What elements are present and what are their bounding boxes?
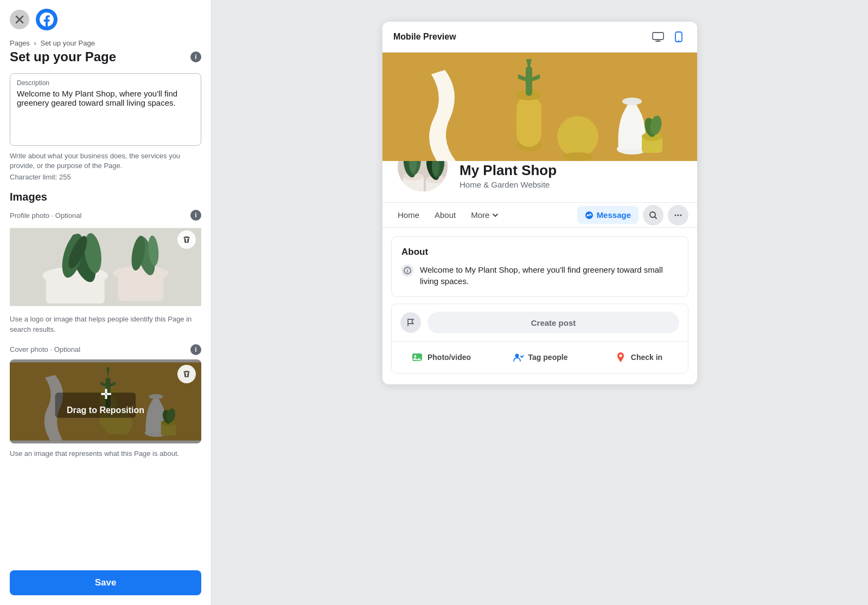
svg-text:i: i: [407, 268, 409, 274]
check-in-icon: [615, 351, 627, 363]
nav-about[interactable]: About: [428, 203, 462, 227]
cover-photo-label-row: Cover photo · Optional i: [10, 344, 201, 355]
svg-point-59: [680, 214, 682, 216]
info-icon[interactable]: i: [190, 52, 201, 62]
profile-photo-label: Profile photo · Optional: [10, 211, 81, 220]
svg-point-63: [414, 355, 416, 357]
char-limit: Character limit: 255: [10, 173, 201, 181]
photo-video-icon: [411, 351, 423, 363]
profile-photo-label-row: Profile photo · Optional i: [10, 210, 201, 221]
profile-photo-container: [10, 225, 201, 309]
check-in-label: Check in: [631, 353, 662, 362]
preview-about-section: About i Welcome to My Plant Shop, where …: [391, 236, 688, 297]
right-panel: Mobile Preview: [212, 0, 868, 605]
preview-about-content: i Welcome to My Plant Shop, where you'll…: [401, 264, 678, 287]
preview-about-title: About: [401, 247, 678, 258]
tag-people-label: Tag people: [528, 353, 568, 362]
about-info-icon: i: [401, 265, 413, 276]
preview-page-name: My Plant Shop: [459, 162, 557, 179]
svg-point-65: [619, 355, 622, 357]
description-textarea[interactable]: Welcome to My Plant Shop, where you'll f…: [17, 89, 194, 138]
preview-header: Mobile Preview: [382, 22, 697, 53]
message-button[interactable]: Message: [577, 206, 639, 224]
photo-video-action[interactable]: Photo/video: [392, 347, 490, 368]
profile-photo-helper: Use a logo or image that helps people id…: [10, 314, 201, 334]
images-section-title: Images: [10, 191, 201, 203]
preview-page-category: Home & Garden Website: [459, 180, 557, 189]
description-wrapper: Description Welcome to My Plant Shop, wh…: [10, 73, 201, 146]
svg-point-39: [622, 98, 642, 105]
svg-point-57: [675, 214, 676, 216]
svg-rect-4: [46, 276, 105, 304]
drag-reposition-overlay: ✛ Drag to Reposition: [10, 359, 201, 443]
delete-cover-photo-button[interactable]: [177, 365, 196, 383]
nav-more[interactable]: More: [464, 203, 506, 227]
desktop-icon[interactable]: [650, 29, 666, 44]
svg-rect-27: [653, 33, 663, 40]
facebook-logo: [36, 9, 58, 30]
mobile-icon[interactable]: [671, 29, 686, 44]
nav-home[interactable]: Home: [391, 203, 426, 227]
tag-people-icon: [512, 351, 524, 363]
post-actions-bar: Photo/video Tag people: [392, 342, 688, 373]
search-button[interactable]: [643, 205, 663, 226]
page-title: Set up your Page i: [0, 48, 211, 73]
tag-people-action[interactable]: Tag people: [490, 347, 589, 368]
svg-point-36: [557, 116, 598, 157]
left-panel: Pages › Set up your Page Set up your Pag…: [0, 0, 212, 605]
svg-point-29: [678, 40, 679, 41]
preview-create-post: Create post Photo/video: [391, 304, 688, 374]
check-in-action[interactable]: Check in: [589, 347, 688, 368]
create-post-button[interactable]: Create post: [427, 312, 679, 333]
more-options-button[interactable]: [668, 205, 688, 226]
top-bar: [0, 0, 211, 36]
profile-photo-image: [10, 225, 201, 309]
nav-action-buttons: Message: [577, 205, 688, 226]
svg-rect-2: [118, 273, 164, 301]
svg-rect-0: [10, 228, 201, 306]
cover-photo-helper: Use an image that represents what this P…: [10, 449, 201, 459]
preview-about-text: Welcome to My Plant Shop, where you'll f…: [420, 264, 678, 287]
preview-nav-bar: Home About More Message: [382, 202, 697, 228]
preview-icons: [650, 29, 686, 44]
save-button[interactable]: Save: [10, 570, 201, 595]
svg-rect-33: [516, 96, 541, 147]
description-label: Description: [17, 79, 194, 87]
left-content: Description Welcome to My Plant Shop, wh…: [0, 73, 211, 562]
description-helper: Write about what your business does, the…: [10, 151, 201, 171]
svg-point-64: [515, 354, 519, 358]
preview-page-name-area: My Plant Shop Home & Garden Website: [459, 162, 557, 194]
preview-cover-photo: [382, 53, 697, 161]
close-button[interactable]: [10, 10, 29, 29]
profile-photo-info-icon[interactable]: i: [190, 210, 201, 221]
page-flag-icon: [400, 312, 421, 333]
cover-photo-label: Cover photo · Optional: [10, 345, 80, 353]
cover-photo-container: ✛ Drag to Reposition: [10, 359, 201, 443]
create-post-bar: Create post: [392, 304, 688, 342]
cover-photo-info-icon[interactable]: i: [190, 344, 201, 355]
photo-video-label: Photo/video: [427, 353, 471, 362]
drag-icon: ✛: [100, 387, 111, 402]
preview-title: Mobile Preview: [393, 32, 456, 42]
svg-point-58: [678, 214, 679, 216]
breadcrumb: Pages › Set up your Page: [0, 36, 211, 48]
svg-point-37: [563, 152, 593, 161]
mobile-preview-card: Mobile Preview: [382, 22, 697, 384]
